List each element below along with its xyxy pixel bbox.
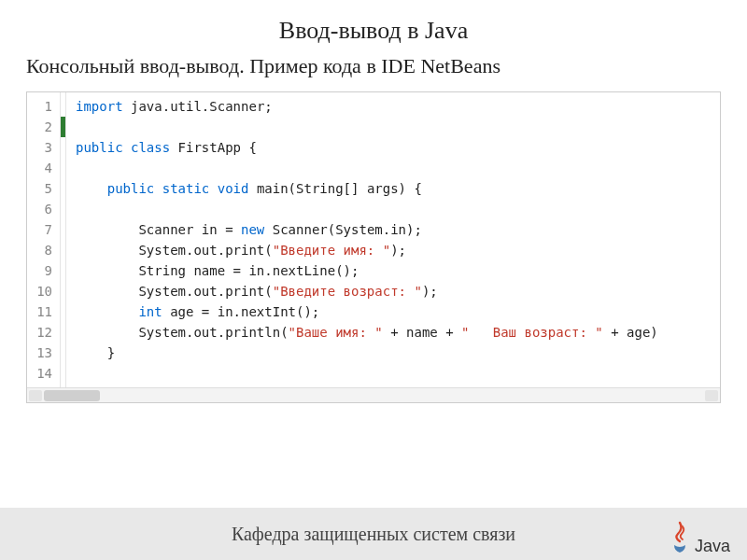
line-number: 6 [27, 199, 60, 219]
margin-marker [61, 322, 65, 343]
margin-marker [61, 137, 65, 158]
scrollbar-thumb[interactable] [44, 390, 100, 401]
margin-marker [61, 301, 65, 322]
code-line: System.out.print("Введите имя: "); [76, 240, 720, 260]
line-number-gutter: 1234567891011121314 [27, 92, 61, 387]
margin-marker [61, 96, 65, 117]
margin-marker [61, 343, 65, 363]
horizontal-scrollbar[interactable] [27, 387, 720, 402]
code-line: System.out.print("Введите возраст: "); [76, 281, 720, 301]
line-number: 5 [27, 178, 60, 199]
line-number: 2 [27, 117, 60, 137]
line-number: 9 [27, 260, 60, 281]
footer-bar: Кафедра защищенных систем связи Java [0, 508, 747, 560]
code-line [76, 363, 720, 384]
code-line [76, 158, 720, 178]
line-number: 7 [27, 219, 60, 240]
margin-marker [61, 260, 65, 281]
margin-marker [61, 117, 65, 137]
margin-marker [61, 281, 65, 301]
code-line: int age = in.nextInt(); [76, 301, 720, 322]
java-logo: Java [669, 519, 730, 556]
java-cup-icon [669, 519, 691, 556]
line-number: 11 [27, 301, 60, 322]
line-number: 12 [27, 322, 60, 343]
code-content: import java.util.Scanner;public class Fi… [66, 92, 720, 387]
line-number: 13 [27, 343, 60, 363]
scroll-left-arrow-icon[interactable] [29, 390, 42, 401]
code-line: public static void main(String[] args) { [76, 178, 720, 199]
code-line [76, 199, 720, 219]
slide-subtitle: Консольный ввод-вывод. Пример кода в IDE… [26, 54, 721, 78]
margin-marker [61, 363, 65, 384]
line-number: 4 [27, 158, 60, 178]
code-line: System.out.println("Ваше имя: " + name +… [76, 322, 720, 343]
code-line: } [76, 343, 720, 363]
slide: Ввод-вывод в Java Консольный ввод-вывод.… [0, 0, 747, 560]
code-line: String name = in.nextLine(); [76, 260, 720, 281]
code-line: Scanner in = new Scanner(System.in); [76, 219, 720, 240]
code-line [76, 117, 720, 137]
margin-marker [61, 178, 65, 199]
line-number: 1 [27, 96, 60, 117]
line-number: 8 [27, 240, 60, 260]
code-line: import java.util.Scanner; [76, 96, 720, 117]
margin-marker [61, 199, 65, 219]
scroll-right-arrow-icon[interactable] [705, 390, 718, 401]
slide-title: Ввод-вывод в Java [26, 17, 721, 45]
line-number: 3 [27, 137, 60, 158]
margin-marker [61, 158, 65, 178]
footer-text: Кафедра защищенных систем связи [232, 524, 515, 545]
java-logo-text: Java [695, 537, 730, 556]
margin-marker [61, 219, 65, 240]
code-line: public class FirstApp { [76, 137, 720, 158]
line-number: 14 [27, 363, 60, 384]
margin-marker [61, 240, 65, 260]
line-number: 10 [27, 281, 60, 301]
code-editor: 1234567891011121314 import java.util.Sca… [26, 91, 721, 403]
